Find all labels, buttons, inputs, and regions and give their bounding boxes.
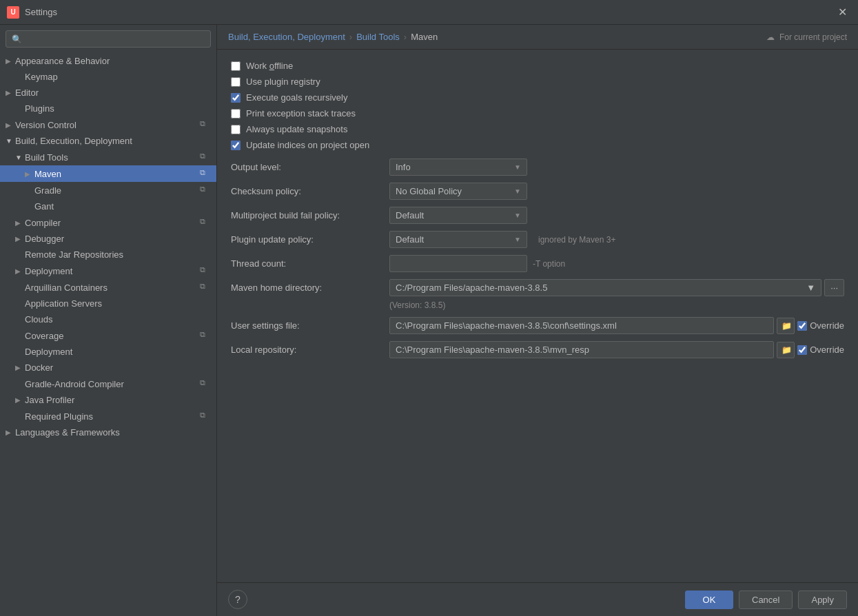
user-settings-override: Override xyxy=(797,320,844,331)
expand-arrow-plugins xyxy=(15,105,25,112)
execute-goals-label[interactable]: Execute goals recursively xyxy=(246,92,347,103)
maven-home-label: Maven home directory: xyxy=(231,283,389,293)
app-icon: U xyxy=(7,6,19,19)
plugin-update-policy-value: Default xyxy=(396,234,424,245)
form-section: Output level: Info ▼ Checksum policy: xyxy=(231,158,844,358)
copy-icon-coverage: ⧉ xyxy=(200,330,211,341)
maven-home-arrow: ▼ xyxy=(806,283,815,293)
sidebar-item-editor[interactable]: ▶ Editor xyxy=(0,85,216,101)
sidebar-label-build-tools: Build Tools xyxy=(25,152,200,163)
breadcrumb-part1[interactable]: Build, Execution, Deployment xyxy=(228,32,345,42)
expand-arrow-build-exec: ▼ xyxy=(6,137,15,145)
plugin-update-policy-select[interactable]: Default ▼ xyxy=(389,231,527,248)
user-settings-override-checkbox[interactable] xyxy=(797,321,807,331)
sidebar-label-lang-frameworks: Languages & Frameworks xyxy=(15,427,211,438)
sidebar-item-remote-jar[interactable]: Remote Jar Repositories xyxy=(0,247,216,263)
local-repo-override-checkbox[interactable] xyxy=(797,345,807,355)
sidebar-item-version-control[interactable]: ▶ Version Control ⧉ xyxy=(0,116,216,133)
output-level-select[interactable]: Info ▼ xyxy=(389,158,527,176)
cancel-button[interactable]: Cancel xyxy=(739,591,793,609)
local-repo-browse-button[interactable]: 📁 xyxy=(777,342,795,358)
print-exception-label[interactable]: Print exception stack traces xyxy=(246,108,356,119)
maven-home-select[interactable]: C:/Program Files/apache-maven-3.8.5 ▼ xyxy=(389,279,821,296)
copy-icon-gradle: ⧉ xyxy=(200,185,211,196)
plugin-update-policy-note: ignored by Maven 3+ xyxy=(538,235,615,245)
sidebar-item-coverage[interactable]: Coverage ⧉ xyxy=(0,327,216,344)
user-settings-control: C:\Program Files\apache-maven-3.8.5\conf… xyxy=(389,317,844,334)
sidebar-item-arquillian[interactable]: Arquillian Containers ⧉ xyxy=(0,279,216,296)
expand-arrow-clouds xyxy=(15,316,25,323)
user-settings-override-label[interactable]: Override xyxy=(810,320,844,331)
sidebar-item-compiler[interactable]: ▶ Compiler ⧉ xyxy=(0,214,216,231)
expand-arrow-remote-jar xyxy=(15,251,25,258)
close-button[interactable]: ✕ xyxy=(834,4,851,20)
expand-arrow-gradle xyxy=(25,187,34,194)
always-update-label[interactable]: Always update snapshots xyxy=(246,124,347,134)
sidebar-item-deployment1[interactable]: ▶ Deployment ⧉ xyxy=(0,263,216,279)
sidebar-item-app-servers[interactable]: Application Servers xyxy=(0,296,216,311)
sidebar-label-arquillian: Arquillian Containers xyxy=(25,283,200,293)
sidebar-item-debugger[interactable]: ▶ Debugger xyxy=(0,231,216,247)
output-level-control: Info ▼ xyxy=(389,158,844,176)
update-indices-label[interactable]: Update indices on project open xyxy=(246,140,369,150)
apply-button[interactable]: Apply xyxy=(798,591,847,609)
sidebar-label-docker: Docker xyxy=(25,362,211,373)
sidebar-item-gradle-android[interactable]: Gradle-Android Compiler ⧉ xyxy=(0,376,216,392)
sidebar-item-clouds[interactable]: Clouds xyxy=(0,311,216,327)
sidebar-item-deployment2[interactable]: Deployment xyxy=(0,344,216,360)
use-plugin-registry-label[interactable]: Use plugin registry xyxy=(246,76,320,87)
checksum-policy-select[interactable]: No Global Policy ▼ xyxy=(389,183,527,200)
local-repo-override: Override xyxy=(797,345,844,355)
sidebar-label-editor: Editor xyxy=(15,88,211,98)
sidebar-item-lang-frameworks[interactable]: ▶ Languages & Frameworks xyxy=(0,424,216,440)
local-repo-label: Local repository: xyxy=(231,345,389,355)
sidebar-list: ▶ Appearance & Behavior Keymap ▶ Editor … xyxy=(0,53,216,616)
sidebar-item-keymap[interactable]: Keymap xyxy=(0,69,216,85)
sidebar-item-java-profiler[interactable]: ▶ Java Profiler xyxy=(0,392,216,408)
update-indices-checkbox[interactable] xyxy=(231,141,241,150)
checkbox-plugin-registry: Use plugin registry xyxy=(231,76,844,87)
use-plugin-registry-checkbox[interactable] xyxy=(231,77,241,87)
sidebar-item-plugins[interactable]: Plugins xyxy=(0,101,216,116)
sidebar-label-appearance: Appearance & Behavior xyxy=(15,56,211,66)
search-input[interactable] xyxy=(26,34,205,44)
sidebar-label-deployment2: Deployment xyxy=(25,347,211,357)
panel-content: Work offline Use plugin registry Execute… xyxy=(217,50,858,582)
help-button[interactable]: ? xyxy=(228,590,247,609)
thread-count-input[interactable] xyxy=(389,255,527,272)
work-offline-checkbox[interactable] xyxy=(231,61,241,71)
sidebar-item-build-exec[interactable]: ▼ Build, Execution, Deployment xyxy=(0,133,216,149)
thread-count-label: Thread count: xyxy=(231,258,389,269)
sidebar-label-app-servers: Application Servers xyxy=(25,298,211,309)
ok-button[interactable]: OK xyxy=(685,591,733,609)
breadcrumb-part2[interactable]: Build Tools xyxy=(356,32,400,42)
expand-arrow-deployment1: ▶ xyxy=(15,267,25,275)
expand-arrow-app-servers xyxy=(15,300,25,307)
print-exception-checkbox[interactable] xyxy=(231,109,241,119)
dialog-title: Settings xyxy=(25,7,834,17)
search-box[interactable]: 🔍 xyxy=(6,30,211,48)
for-project-label: ☁ For current project xyxy=(766,32,847,42)
output-level-value: Info xyxy=(396,162,411,172)
execute-goals-checkbox[interactable] xyxy=(231,93,241,103)
sidebar-label-gradle: Gradle xyxy=(34,185,200,196)
output-level-label: Output level: xyxy=(231,162,389,172)
sidebar-item-gradle[interactable]: Gradle ⧉ xyxy=(0,182,216,198)
sidebar-item-maven[interactable]: ▶ Maven ⧉ xyxy=(0,165,216,182)
user-settings-browse-button[interactable]: 📁 xyxy=(777,318,795,334)
sidebar-item-required-plugins[interactable]: Required Plugins ⧉ xyxy=(0,408,216,424)
sidebar-item-gant[interactable]: Gant xyxy=(0,198,216,214)
expand-arrow-keymap xyxy=(15,73,25,81)
plugin-update-policy-arrow: ▼ xyxy=(514,236,521,243)
work-offline-label[interactable]: Work offline xyxy=(246,61,293,71)
expand-arrow-gant xyxy=(25,203,34,210)
local-repo-path: C:\Program Files\apache-maven-3.8.5\mvn_… xyxy=(389,341,774,358)
sidebar-item-build-tools[interactable]: ▼ Build Tools ⧉ xyxy=(0,149,216,165)
user-settings-row: User settings file: C:\Program Files\apa… xyxy=(231,317,844,334)
sidebar-item-docker[interactable]: ▶ Docker xyxy=(0,360,216,376)
maven-home-browse-button[interactable]: ··· xyxy=(824,279,844,296)
sidebar-item-appearance[interactable]: ▶ Appearance & Behavior xyxy=(0,53,216,69)
always-update-checkbox[interactable] xyxy=(231,125,241,134)
local-repo-override-label[interactable]: Override xyxy=(810,345,844,355)
multiproject-policy-select[interactable]: Default ▼ xyxy=(389,207,527,224)
